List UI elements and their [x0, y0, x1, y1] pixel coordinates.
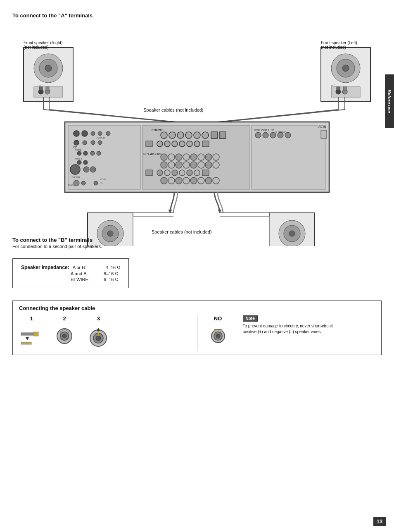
svg-marker-169 — [97, 328, 100, 331]
impedance-value-2: 8–16 Ω — [104, 271, 119, 276]
svg-point-167 — [96, 336, 101, 341]
step-3-diagram — [85, 324, 112, 351]
svg-point-36 — [82, 131, 88, 136]
svg-text:TAPE: TAPE — [75, 149, 81, 151]
svg-point-94 — [183, 162, 190, 168]
note-text: To prevent damage to circuitry, never sh… — [243, 323, 334, 335]
section-b-title: To connect to the "B" terminals — [12, 237, 382, 243]
svg-point-100 — [157, 170, 163, 176]
svg-point-87 — [190, 154, 197, 160]
svg-point-108 — [168, 177, 175, 184]
svg-point-101 — [164, 170, 170, 176]
impedance-box: Speaker impedance: A or B: 4–16 Ω A and … — [12, 258, 129, 288]
svg-text:SPEAKERS: SPEAKERS — [143, 152, 162, 156]
svg-rect-20 — [337, 87, 340, 90]
svg-point-117 — [255, 132, 261, 138]
svg-rect-74 — [146, 141, 152, 147]
svg-marker-126 — [218, 210, 222, 213]
svg-text:–   +: – + — [280, 246, 285, 246]
svg-text:S-VIDEO: S-VIDEO — [275, 131, 286, 133]
section-b-subtitle: For connection to a second pair of speak… — [12, 244, 382, 249]
svg-point-37 — [91, 131, 95, 136]
svg-point-77 — [172, 141, 178, 147]
main-diagram: – + Front speaker (Right) (not included)… — [12, 23, 382, 246]
svg-rect-81 — [202, 141, 209, 147]
svg-point-68 — [177, 132, 184, 138]
svg-point-38 — [98, 131, 102, 136]
svg-point-40 — [74, 140, 79, 145]
step-1-label: 1 — [30, 315, 33, 322]
svg-marker-125 — [168, 210, 172, 213]
impedance-value-1: 4–16 Ω — [106, 265, 121, 270]
svg-point-15 — [342, 65, 349, 72]
svg-rect-99 — [146, 170, 152, 176]
svg-point-67 — [169, 132, 176, 138]
svg-point-92 — [168, 162, 175, 168]
svg-point-121 — [285, 132, 291, 138]
connecting-title: Connecting the speaker cable — [19, 305, 375, 311]
svg-text:IN: IN — [100, 182, 102, 184]
svg-point-71 — [202, 132, 209, 138]
svg-rect-72 — [211, 132, 218, 138]
svg-text:FRONT: FRONT — [152, 128, 163, 132]
svg-point-49 — [90, 151, 95, 155]
svg-point-113 — [205, 177, 212, 184]
svg-point-88 — [198, 154, 204, 160]
note-section: Note To prevent damage to circuitry, nev… — [243, 315, 334, 335]
svg-point-102 — [172, 170, 178, 176]
page-number: 13 — [373, 517, 386, 526]
svg-point-104 — [187, 170, 192, 176]
step-3: 3 — [85, 315, 112, 351]
svg-point-95 — [190, 162, 197, 168]
svg-text:Speaker cables (not included): Speaker cables (not included) — [152, 229, 212, 234]
svg-point-43 — [91, 141, 95, 145]
svg-point-86 — [183, 154, 190, 160]
svg-point-120 — [278, 132, 283, 138]
no-example: NO — [206, 315, 230, 346]
svg-text:–  +: – + — [39, 83, 44, 87]
step-2-label: 2 — [63, 315, 66, 322]
svg-text:VCR 1: VCR 1 — [75, 158, 83, 160]
svg-rect-21 — [343, 87, 347, 90]
svg-point-61 — [94, 181, 98, 185]
impedance-type-2: A and B: — [71, 271, 104, 276]
step-2-diagram — [53, 324, 76, 348]
svg-text:Front speaker (Right): Front speaker (Right) — [24, 41, 62, 45]
impedance-type-1: A or B: — [73, 265, 106, 270]
svg-point-89 — [205, 154, 212, 160]
svg-point-54 — [70, 165, 80, 174]
svg-point-141 — [289, 231, 295, 236]
svg-text:TUNER: TUNER — [71, 176, 80, 179]
svg-point-53 — [83, 160, 88, 165]
svg-point-57 — [90, 167, 96, 172]
step-2: 2 — [52, 315, 77, 348]
before-use-label: Before use — [387, 90, 392, 113]
step-1: 1 — [19, 315, 44, 348]
svg-point-56 — [83, 167, 89, 172]
svg-point-163 — [62, 334, 66, 338]
svg-point-96 — [198, 162, 204, 168]
svg-point-172 — [216, 334, 220, 338]
svg-point-35 — [74, 131, 79, 136]
svg-point-44 — [98, 141, 102, 145]
svg-point-66 — [161, 132, 167, 138]
svg-text:Speaker cables (not included): Speaker cables (not included) — [143, 107, 204, 112]
step-1-diagram — [19, 324, 44, 348]
svg-point-48 — [83, 151, 88, 155]
svg-point-70 — [194, 132, 200, 138]
svg-point-97 — [205, 162, 212, 168]
svg-line-31 — [218, 110, 338, 122]
svg-point-93 — [176, 162, 182, 168]
svg-point-119 — [270, 132, 276, 138]
svg-point-103 — [179, 170, 185, 176]
svg-point-79 — [187, 141, 192, 147]
svg-point-52 — [77, 160, 81, 165]
svg-point-111 — [190, 177, 197, 184]
svg-point-41 — [83, 141, 87, 145]
svg-point-84 — [168, 154, 175, 160]
svg-point-131 — [107, 231, 113, 236]
svg-text:Front speaker (Left): Front speaker (Left) — [321, 41, 357, 45]
svg-point-76 — [164, 141, 170, 147]
svg-rect-73 — [219, 132, 226, 138]
svg-text:(not included): (not included) — [24, 45, 49, 50]
